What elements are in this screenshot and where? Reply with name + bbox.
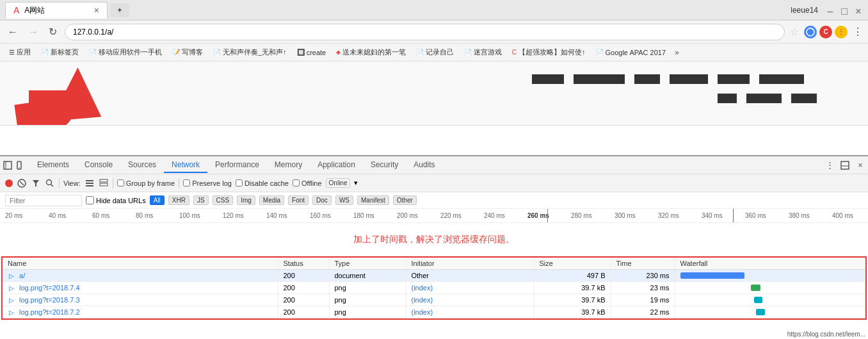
tab-application[interactable]: Application (310, 158, 363, 173)
minimize-button[interactable]: – (826, 6, 835, 15)
filter-tag-img[interactable]: Img (237, 195, 255, 205)
menu-button[interactable]: ⋮ (853, 26, 863, 38)
refresh-button[interactable]: ↻ (46, 24, 60, 39)
ext-icon-1[interactable] (804, 26, 817, 38)
bookmark-gift[interactable]: ♣ 送未来媳妇的第一笔 (332, 46, 410, 58)
tab-performance[interactable]: Performance (207, 158, 267, 173)
row-name: ▷ log.png?t=2018.7.2 (3, 306, 278, 318)
bookmark-create[interactable]: 🔲 create (293, 47, 330, 58)
table-row[interactable]: ▷ log.png?t=2018.7.2 200 png (index) 39.… (3, 306, 865, 318)
devtools-dock-icon[interactable] (840, 160, 850, 170)
bookmarks-bar: ☰ 应用 📄 新标签页 📄 移动应用软件一手机 📝 写博客 📄 无和声伴奏_无和… (0, 44, 868, 62)
bookmark-mobile[interactable]: 📄 移动应用软件一手机 (85, 46, 166, 58)
filter-tag-other[interactable]: Other (393, 195, 417, 205)
header-status[interactable]: Status (278, 258, 329, 270)
tab-memory[interactable]: Memory (267, 158, 310, 173)
tab-console[interactable]: Console (77, 158, 120, 173)
bookmark-music[interactable]: 📄 无和声伴奏_无和声↑ (209, 46, 291, 58)
tab-audits[interactable]: Audits (406, 158, 442, 173)
bookmark-google[interactable]: 📄 Google APAC 2017 (592, 47, 670, 58)
devtools-close-icon[interactable]: × (855, 160, 865, 170)
record-button[interactable] (5, 179, 13, 187)
network-throttle-dropdown[interactable]: ▾ (354, 179, 358, 187)
devtools-more-icon[interactable]: ⋮ (824, 160, 835, 170)
url-input[interactable] (65, 24, 785, 40)
filter-tag-css[interactable]: CSS (213, 195, 234, 205)
table-row[interactable]: ▷ a/ 200 document Other 497 B 230 ms (3, 270, 865, 282)
tl-280ms: 280 ms (571, 212, 615, 219)
tl-20ms: 20 ms (5, 212, 49, 219)
bookmark-maze[interactable]: 📄 迷宫游戏 (460, 46, 506, 58)
new-tab-button[interactable]: + (110, 3, 129, 17)
devtools-device-icon[interactable] (14, 160, 24, 170)
bookmark-record[interactable]: 📄 记录自己 (412, 46, 458, 58)
header-type[interactable]: Type (329, 258, 406, 270)
bookmark-blog[interactable]: 📝 写博客 (168, 46, 207, 58)
bookmark-apps[interactable]: ☰ 应用 (5, 46, 35, 58)
group-by-frame-input[interactable] (117, 179, 124, 186)
filter-tag-all[interactable]: All (150, 195, 165, 205)
header-time[interactable]: Time (611, 258, 675, 270)
filter-tag-doc[interactable]: Doc (312, 195, 332, 205)
filter-icon[interactable] (31, 178, 41, 188)
bookmark-newtab[interactable]: 📄 新标签页 (37, 46, 83, 58)
table-header: Name Status Type Initiator Size Time Wat… (3, 258, 865, 270)
offline-checkbox[interactable]: Offline (293, 179, 322, 187)
online-badge[interactable]: Online (326, 178, 351, 188)
row-name: ▷ a/ (3, 270, 278, 282)
search-icon[interactable] (45, 178, 55, 188)
waterfall-bar (751, 285, 760, 291)
hide-data-urls-label[interactable]: Hide data URLs (86, 196, 146, 204)
header-name[interactable]: Name (3, 258, 278, 270)
svg-rect-12 (86, 180, 93, 181)
filter-input[interactable] (5, 195, 82, 206)
disable-cache-checkbox[interactable]: Disable cache (236, 179, 289, 187)
row-waterfall (675, 294, 865, 306)
filter-tag-manifest[interactable]: Manifest (357, 195, 389, 205)
bookmark-star-button[interactable]: ☆ (790, 26, 799, 38)
bookmarks-more[interactable]: » (675, 48, 679, 57)
filter-tag-font[interactable]: Font (288, 195, 309, 205)
hide-data-urls-checkbox[interactable] (86, 196, 94, 204)
row-initiator: (index) (406, 282, 534, 294)
preserve-log-input[interactable] (183, 179, 190, 186)
table-row[interactable]: ▷ log.png?t=2018.7.4 200 png (index) 39.… (3, 282, 865, 294)
preserve-log-checkbox[interactable]: Preserve log (183, 179, 232, 187)
bookmark-csdn[interactable]: C 【超强攻略】如何使↑ (508, 46, 590, 58)
row-name: ▷ log.png?t=2018.7.4 (3, 282, 278, 294)
browser-tab[interactable]: A A网站 × (5, 2, 108, 19)
filter-tag-xhr[interactable]: XHR (168, 195, 189, 205)
ext-icon-3[interactable]: ⋮ (835, 26, 848, 38)
filter-tag-js[interactable]: JS (193, 195, 209, 205)
offline-input[interactable] (293, 179, 300, 186)
maximize-button[interactable]: □ (840, 6, 849, 15)
table-row[interactable]: ▷ log.png?t=2018.7.3 200 png (index) 39.… (3, 294, 865, 306)
bar1 (532, 74, 564, 84)
tab-sources[interactable]: Sources (120, 158, 164, 173)
close-button[interactable]: × (854, 6, 863, 15)
tab-title: A网站 (24, 5, 88, 16)
group-by-frame-checkbox[interactable]: Group by frame (117, 179, 175, 187)
row-time: 19 ms (611, 294, 675, 306)
back-button[interactable]: ← (5, 25, 20, 39)
disable-cache-input[interactable] (236, 179, 243, 186)
clear-button[interactable] (17, 178, 27, 188)
list-view-icon[interactable] (84, 178, 95, 188)
tab-elements[interactable]: Elements (29, 158, 77, 173)
large-rows-icon[interactable] (99, 178, 109, 188)
header-waterfall[interactable]: Waterfall (675, 258, 865, 270)
filter-tag-media[interactable]: Media (259, 195, 284, 205)
header-size[interactable]: Size (534, 258, 611, 270)
tab-network[interactable]: Network (164, 158, 207, 173)
devtools-inspect-icon[interactable] (3, 160, 13, 170)
tl-40ms: 40 ms (49, 212, 92, 219)
window-controls: – □ × (826, 6, 863, 15)
row-status: 200 (278, 306, 329, 318)
row-type: document (329, 270, 406, 282)
forward-button[interactable]: → (26, 25, 41, 39)
ext-icon-2[interactable]: C (819, 26, 832, 38)
filter-tag-ws[interactable]: WS (335, 195, 353, 205)
header-initiator[interactable]: Initiator (406, 258, 534, 270)
tab-security[interactable]: Security (363, 158, 406, 173)
tab-close-button[interactable]: × (94, 5, 99, 15)
